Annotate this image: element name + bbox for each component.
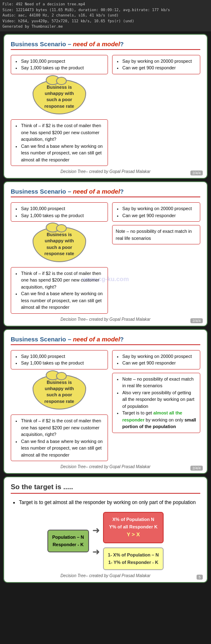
slide4-arrow-up: ➜ (92, 526, 100, 535)
slide3-right-item2: Can we get 900 responder (122, 360, 197, 367)
slide2-bullet1-item2: Say 1,000 takes up the product (21, 212, 104, 219)
slide1-cloud: Business is unhappy with such a poor res… (33, 79, 86, 115)
slide1-bullet1-item1: Say 100,000 prospect (21, 58, 104, 65)
slide4-pop-box: Population – N Responder - K (47, 530, 89, 552)
file-info-line1: File: 492 Need of a decision tree.mp4 (2, 2, 209, 7)
slide1-cloud-container: Business is unhappy with such a poor res… (11, 79, 108, 115)
file-info-line4: Video: h264, yuv420p, 572x720, 112 kb/s,… (2, 19, 209, 24)
slide1-footer: Decision Tree– created by Gopal Prasad M… (11, 169, 200, 174)
slide4-diagram: Population – N Responder - K ➜ ➜ X% of P… (11, 512, 200, 570)
slide3-right-col: Say by working on 20000 prospect Can we … (112, 350, 200, 462)
slide1-bullet-box-1: Say 100,000 prospect Say 1,000 takes up … (11, 55, 108, 74)
slide2-note-text: Note – no possibility of exact match in … (116, 228, 197, 242)
file-info-line2: Size: 12214473 bytes (11.65 MiB), durati… (2, 7, 209, 13)
slide3-bullet-box-2: Think of – if $2 is the cost of mailer t… (11, 414, 108, 461)
slide-4: So the target is ..... Target is to get … (3, 476, 208, 583)
slide1-title-normal: Business Scenario – (11, 40, 73, 47)
slide2-title-highlight: need of a model (73, 188, 120, 195)
slide4-arrows: ➜ ➜ (92, 526, 100, 556)
slide2-title-end: ? (120, 188, 124, 195)
slide3-cloud-container: Business is unhappy with such a poor res… (11, 374, 108, 410)
slide3-bullet1-item2: Say 1,000 takes up the product (21, 360, 104, 367)
file-info-line3: Audio: aac, 44100 Hz, 2 channels, s16, 4… (2, 13, 209, 19)
slide3-footer: Decision Tree– created by Gopal Prasad M… (11, 464, 200, 469)
slide3-note-item3: Target is to get almost all the responde… (122, 410, 197, 430)
slide1-right-col: Say by working on 20000 prospect Can we … (112, 55, 200, 166)
slide2-num: 2/4/4 (190, 318, 203, 323)
slide3-bullet1-item1: Say 100,000 prospect (21, 353, 104, 360)
slide2-cloud: Business is unhappy with such a poor res… (33, 227, 86, 262)
slide3-cloud: Business is unhappy with such a poor res… (33, 374, 86, 410)
slide1-title-end: ? (120, 40, 124, 47)
slide4-num: 5 (197, 575, 203, 580)
slide4-red-line2: Y% of all Responder K (108, 523, 159, 531)
slide-1: Business Scenario – need of a model? Say… (3, 34, 208, 179)
slide1-bullet2-item1: Think of – if $2 is the cost of mailer t… (21, 122, 104, 143)
slide4-bullet-item: Target is to get almost all the responde… (19, 499, 200, 506)
slide2-footer: Decision Tree– created by Gopal Prasad M… (11, 317, 200, 322)
slide3-bullet-box-1: Say 100,000 prospect Say 1,000 takes up … (11, 350, 108, 369)
slide2-right-item2: Can we get 900 responder (122, 212, 197, 219)
slide3-num: 2/4/4 (190, 466, 203, 471)
slide3-title-normal: Business Scenario – (11, 336, 73, 343)
slide1-content: Say 100,000 prospect Say 1,000 takes up … (11, 55, 200, 166)
slide1-bullet2-item2: Can we find a base where by working on l… (21, 143, 104, 163)
slide3-note-item1: Note – no possibility of exact match in … (122, 376, 197, 389)
slide3-green-text: almost all the responder (122, 410, 183, 422)
slide3-right-bullet1: Say by working on 20000 prospect Can we … (112, 350, 200, 369)
slide3-content: Say 100,000 prospect Say 1,000 takes up … (11, 350, 200, 462)
slide1-title-highlight: need of a model (73, 40, 120, 47)
slide2-title: Business Scenario – need of a model? (11, 188, 200, 197)
slide4-result-boxes: X% of Population N Y% of all Responder K… (103, 512, 164, 570)
slide3-note-box: Note – no possibility of exact match in … (112, 373, 200, 433)
slide1-left-col: Say 100,000 prospect Say 1,000 takes up … (11, 55, 108, 166)
slide3-bullet2-item2: Can we find a base where by working on l… (21, 438, 104, 459)
slide2-cloud-container: Business is unhappy with such a poor res… (11, 227, 108, 262)
slide2-left-col: Say 100,000 prospect Say 1,000 takes up … (11, 202, 108, 314)
slide2-right-item1: Say by working on 20000 prospect (122, 205, 197, 212)
slide4-title-so: So the target is ..... (11, 483, 73, 491)
slide4-bullet-list: Target is to get almost all the responde… (11, 499, 200, 506)
slide-3: Business Scenario – need of a model? Say… (3, 329, 208, 474)
slide3-left-col: Say 100,000 prospect Say 1,000 takes up … (11, 350, 108, 462)
slide4-result-yellow: 1- X% of Population – N 1- Y% of Respond… (103, 547, 164, 570)
slide1-num: 2/4/4 (190, 170, 203, 175)
slide2-bullet1-item1: Say 100,000 prospect (21, 205, 104, 212)
slide4-result-red: X% of Population N Y% of all Responder K… (103, 512, 164, 543)
slide2-right-bullet1: Say by working on 20000 prospect Can we … (112, 202, 200, 222)
slide4-footer: Decision Tree– created by Gopal Prasad M… (11, 573, 200, 578)
slide4-arrow-down: ➜ (92, 547, 100, 556)
slide3-title-highlight: need of a model (73, 336, 120, 343)
file-info-line5: Generated by Thumbnailer.me (2, 24, 209, 30)
slide2-bullet-box-1: Say 100,000 prospect Say 1,000 takes up … (11, 202, 108, 222)
slide1-right-bullet1: Say by working on 20000 prospect Can we … (112, 55, 200, 74)
slide2-bullet-box-2: Think of – if $2 is the cost of mailer t… (11, 267, 108, 314)
slide2-right-col: Say by working on 20000 prospect Can we … (112, 202, 200, 314)
slide4-red-line1: X% of Population N (108, 516, 159, 523)
slide4-pop-line1: Population – N (52, 534, 84, 541)
slide2-note-box: Note – no possibility of exact match in … (112, 225, 200, 244)
slide-2: Business Scenario – need of a model? Say… (3, 181, 208, 327)
slide2-bullet2-item1: Think of – if $2 is the cost of mailer t… (21, 270, 104, 291)
slide2-title-normal: Business Scenario – (11, 188, 73, 195)
slide3-bullet2-item1: Think of – if $2 is the cost of mailer t… (21, 417, 104, 438)
slide1-right-item2: Can we get 900 responder (122, 64, 197, 71)
slide1-bullet-box-2: Think of – if $2 is the cost of mailer t… (11, 119, 108, 166)
slide1-title: Business Scenario – need of a model? (11, 40, 200, 50)
slide4-red-highlight: Y > X (108, 530, 159, 539)
slide3-note-item2: Also very rare possibility of getting al… (122, 389, 197, 410)
slide2-content: Say 100,000 prospect Say 1,000 takes up … (11, 202, 200, 314)
slide3-right-item1: Say by working on 20000 prospect (122, 353, 197, 360)
slide3-title-end: ? (120, 336, 124, 343)
slide2-bullet2-item2: Can we find a base where by working on l… (21, 290, 104, 311)
slide1-right-item1: Say by working on 20000 prospect (122, 58, 197, 65)
slide4-pop-line2: Responder - K (52, 541, 84, 549)
slide1-bullet1-item2: Say 1,000 takes up the product (21, 64, 104, 71)
slide4-yellow-line2: 1- Y% of Responder - K (108, 559, 159, 566)
file-info-header: File: 492 Need of a decision tree.mp4 Si… (0, 0, 211, 31)
slide3-title: Business Scenario – need of a model? (11, 336, 200, 345)
slide4-yellow-line1: 1- X% of Population – N (108, 552, 159, 559)
slide4-title: So the target is ..... (11, 483, 200, 494)
